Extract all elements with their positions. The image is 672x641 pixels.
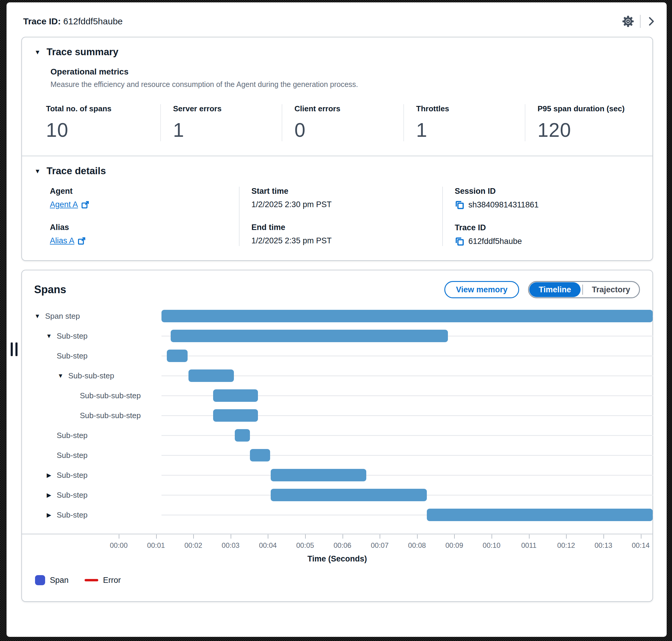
agent-label: Agent xyxy=(50,187,239,196)
span-rows: ▼Span step▼Sub-stepSub-step▼Sub-sub-step… xyxy=(22,306,653,525)
span-row-plot xyxy=(119,485,653,505)
header-actions xyxy=(622,15,656,28)
copy-icon[interactable] xyxy=(455,200,464,209)
external-link-icon xyxy=(78,237,86,245)
trace-summary-title: Trace summary xyxy=(46,46,118,57)
span-row-label[interactable]: Span step xyxy=(45,311,80,320)
span-row: Sub-step xyxy=(22,346,653,366)
axis-tick-label: 00:00 xyxy=(110,541,127,549)
metric-throttles: Throttles 1 xyxy=(403,104,525,141)
axis-tick xyxy=(305,534,306,538)
collapse-panel-button[interactable] xyxy=(646,17,656,26)
span-bar[interactable] xyxy=(171,330,448,342)
trace-id-value: 612fddf5haube xyxy=(63,16,123,26)
alias-link[interactable]: Alias A xyxy=(50,236,86,245)
span-row-plot xyxy=(119,346,653,366)
trace-summary-header[interactable]: ▼ Trace summary xyxy=(35,46,641,57)
axis-tick xyxy=(156,534,157,538)
row-gridline xyxy=(161,376,653,376)
metric-label: P95 span duration (sec) xyxy=(538,104,641,113)
trace-details-title: Trace details xyxy=(46,165,106,177)
end-time-value: 1/2/2025 2:35 pm PST xyxy=(252,236,442,245)
expand-down-icon[interactable]: ▼ xyxy=(44,332,54,339)
metric-label: Client errors xyxy=(294,104,403,113)
span-row: Sub-sub-sub-step xyxy=(22,405,653,425)
start-time-field: Start time 1/2/2025 2:30 pm PST xyxy=(252,187,442,209)
session-id-label: Session ID xyxy=(455,187,641,196)
span-row-label[interactable]: Sub-step xyxy=(57,510,88,519)
span-row-label[interactable]: Sub-step xyxy=(57,431,88,440)
legend-item-span[interactable]: Span xyxy=(35,575,69,585)
trace-details-header[interactable]: ▼ Trace details xyxy=(35,165,641,177)
metric-server-errors: Server errors 1 xyxy=(160,104,282,141)
axis-tick-label: 0011 xyxy=(521,541,537,549)
legend-span-label: Span xyxy=(50,576,69,585)
pause-handle-icon[interactable] xyxy=(11,342,17,356)
toggle-trajectory[interactable]: Trajectory xyxy=(583,285,639,295)
span-row: ▶Sub-step xyxy=(22,505,653,525)
span-row: Sub-step xyxy=(22,445,653,465)
axis-tick-label: 00:07 xyxy=(371,541,389,549)
span-row-plot xyxy=(119,366,653,385)
span-bar[interactable] xyxy=(250,449,270,462)
expand-down-icon[interactable]: ▼ xyxy=(33,313,42,319)
span-row-label[interactable]: Sub-sub-step xyxy=(68,371,114,380)
span-row-plot xyxy=(119,306,653,326)
span-row-label[interactable]: Sub-step xyxy=(57,331,88,340)
alias-link-text: Alias A xyxy=(50,236,75,245)
end-time-field: End time 1/2/2025 2:35 pm PST xyxy=(252,223,442,245)
spans-actions: View memory Timeline Trajectory xyxy=(444,281,640,298)
span-bar[interactable] xyxy=(188,369,234,382)
metric-label: Total no. of spans xyxy=(46,104,160,113)
axis-tick xyxy=(566,534,567,538)
expand-right-icon[interactable]: ▶ xyxy=(44,472,54,479)
span-bar[interactable] xyxy=(167,350,188,362)
toggle-timeline[interactable]: Timeline xyxy=(529,282,581,297)
axis-tick xyxy=(380,534,380,538)
span-bar[interactable] xyxy=(271,469,366,481)
legend-item-error[interactable]: Error xyxy=(84,576,121,585)
metric-client-errors: Client errors 0 xyxy=(282,104,403,141)
settings-button[interactable] xyxy=(622,15,634,27)
axis-tick-label: 00:05 xyxy=(296,541,314,549)
span-bar[interactable] xyxy=(271,489,427,501)
span-row: ▶Sub-step xyxy=(22,465,653,485)
chart-legend: Span Error xyxy=(22,572,653,601)
span-row-label[interactable]: Sub-step xyxy=(57,450,88,460)
details-column-agent: Agent Agent A xyxy=(50,187,239,246)
copy-icon[interactable] xyxy=(455,236,464,246)
expand-right-icon[interactable]: ▶ xyxy=(44,491,54,499)
span-row-label[interactable]: Sub-step xyxy=(57,490,88,500)
spans-card: Spans View memory Timeline Trajectory ▼S… xyxy=(22,270,653,602)
expand-down-icon[interactable]: ▼ xyxy=(56,372,65,379)
page-title: Trace ID: 612fddf5haube xyxy=(23,16,123,26)
span-row-label[interactable]: Sub-step xyxy=(57,351,88,360)
metric-label: Server errors xyxy=(173,104,282,113)
operational-metrics: Operational metrics Measure the efficien… xyxy=(51,67,641,141)
agent-field: Agent Agent A xyxy=(50,187,239,209)
span-bar[interactable] xyxy=(213,409,258,422)
span-row: ▶Sub-step xyxy=(22,485,653,505)
span-timeline-chart: ▼Span step▼Sub-stepSub-step▼Sub-sub-step… xyxy=(22,306,653,572)
metric-p95-duration: P95 span duration (sec) 120 xyxy=(525,104,641,141)
span-bar[interactable] xyxy=(161,310,653,322)
axis-tick xyxy=(417,534,418,538)
metric-total-spans: Total no. of spans 10 xyxy=(46,104,160,141)
span-bar[interactable] xyxy=(213,389,258,402)
axis-tick-label: 00:03 xyxy=(222,541,240,549)
trace-id-field-value: 612fddf5haube xyxy=(468,237,522,246)
spans-header: Spans View memory Timeline Trajectory xyxy=(22,270,653,298)
metric-label: Throttles xyxy=(416,104,525,113)
agent-link[interactable]: Agent A xyxy=(50,200,89,209)
view-memory-button[interactable]: View memory xyxy=(444,281,519,298)
axis-tick-label: 00:13 xyxy=(594,541,612,549)
expand-down-icon: ▼ xyxy=(35,49,41,55)
expand-down-icon: ▼ xyxy=(35,168,41,174)
span-bar[interactable] xyxy=(235,429,250,441)
axis-tick-label: 00:02 xyxy=(184,541,202,549)
expand-right-icon[interactable]: ▶ xyxy=(44,511,54,518)
error-line-icon xyxy=(84,579,98,581)
alias-label: Alias xyxy=(50,223,239,232)
span-bar[interactable] xyxy=(427,509,653,521)
span-row-label[interactable]: Sub-step xyxy=(57,470,88,480)
